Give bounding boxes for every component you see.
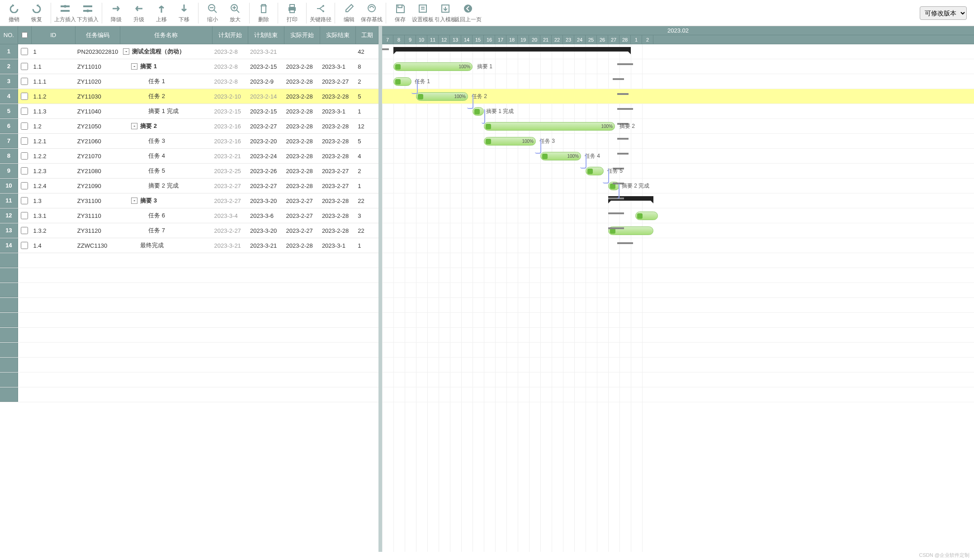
cell-task-name[interactable]: -摘要 1 xyxy=(120,59,212,74)
zoom-out-button[interactable]: 缩小 xyxy=(201,0,224,26)
cell-actual-start[interactable]: 2023-2-28 xyxy=(284,164,320,178)
cell-plan-start[interactable]: 2023-2-27 xyxy=(213,223,248,238)
cell-task-code[interactable]: ZY21060 xyxy=(76,134,120,148)
row-checkbox[interactable] xyxy=(21,93,28,100)
critical-path-button[interactable]: 关键路径 xyxy=(309,0,332,26)
cell-actual-start[interactable]: 2023-2-27 xyxy=(284,193,320,208)
row-checkbox[interactable] xyxy=(21,137,28,145)
save-baseline-button[interactable]: 保存基线 xyxy=(360,0,383,26)
header-actual-start[interactable]: 实际开始 xyxy=(284,26,320,44)
cell-plan-start[interactable]: 2023-2-27 xyxy=(213,193,248,208)
gantt-row[interactable]: 100%任务 4 xyxy=(382,149,974,164)
task-bar[interactable] xyxy=(586,167,604,175)
gantt-row[interactable]: 任务 5 xyxy=(382,164,974,179)
cell-duration[interactable]: 4 xyxy=(356,149,378,163)
header-duration[interactable]: 工期 xyxy=(356,26,378,44)
row-checkbox[interactable] xyxy=(21,197,28,204)
cell-id[interactable]: 1.1.3 xyxy=(32,104,76,118)
cell-id[interactable]: 1.2.3 xyxy=(32,164,76,178)
cell-plan-start[interactable]: 2023-2-27 xyxy=(213,179,248,193)
cell-actual-start[interactable]: 2023-2-28 xyxy=(284,74,320,89)
cell-plan-start[interactable]: 2023-2-8 xyxy=(213,59,248,74)
cell-task-code[interactable]: ZY11010 xyxy=(76,59,120,74)
cell-actual-end[interactable]: 2023-2-27 xyxy=(320,74,356,89)
cell-id[interactable]: 1 xyxy=(32,44,76,59)
expand-toggle-icon[interactable]: - xyxy=(131,123,137,129)
cell-plan-start[interactable]: 2023-2-15 xyxy=(213,104,248,118)
insert-below-button[interactable]: 下方插入 xyxy=(76,0,99,26)
cell-duration[interactable]: 22 xyxy=(356,193,378,208)
cell-actual-end[interactable]: 2023-2-28 xyxy=(320,149,356,163)
cell-plan-start[interactable]: 2023-2-8 xyxy=(213,74,248,89)
move-up-button[interactable]: 上移 xyxy=(150,0,173,26)
cell-task-code[interactable]: ZY21090 xyxy=(76,179,120,193)
expand-toggle-icon[interactable]: - xyxy=(131,63,137,70)
cell-actual-start[interactable]: 2023-2-28 xyxy=(284,104,320,118)
task-bar[interactable]: 100% xyxy=(393,62,473,71)
row-checkbox[interactable] xyxy=(21,122,28,130)
header-plan-end[interactable]: 计划结束 xyxy=(248,26,284,44)
cell-actual-end[interactable]: 2023-2-28 xyxy=(320,223,356,238)
insert-above-button[interactable]: 上方插入 xyxy=(54,0,76,26)
row-checkbox[interactable] xyxy=(21,108,28,115)
cell-actual-end[interactable]: 2023-3-1 xyxy=(320,59,356,74)
table-row[interactable]: 61.2ZY21050-摘要 22023-2-162023-2-272023-2… xyxy=(0,119,378,134)
row-checkbox[interactable] xyxy=(21,152,28,160)
cell-actual-start[interactable]: 2023-2-27 xyxy=(284,223,320,238)
cell-plan-start[interactable]: 2023-2-10 xyxy=(213,89,248,104)
gantt-row[interactable]: 任务 1 xyxy=(382,74,974,89)
gantt-row[interactable] xyxy=(382,238,974,253)
cell-plan-start[interactable]: 2023-3-4 xyxy=(213,208,248,223)
cell-id[interactable]: 1.4 xyxy=(32,238,76,253)
cell-plan-end[interactable]: 2023-2-27 xyxy=(248,179,284,193)
gantt-row[interactable]: 100%摘要 2 xyxy=(382,119,974,134)
table-row[interactable]: 141.4ZZWC1130最终完成2023-3-212023-3-212023-… xyxy=(0,238,378,253)
cell-task-name[interactable]: 任务 5 xyxy=(120,164,212,178)
row-checkbox[interactable] xyxy=(21,227,28,234)
cell-duration[interactable]: 12 xyxy=(356,119,378,133)
cell-id[interactable]: 1.2.4 xyxy=(32,179,76,193)
cell-duration[interactable]: 2 xyxy=(356,164,378,178)
cell-duration[interactable]: 1 xyxy=(356,179,378,193)
cell-plan-end[interactable]: 2023-2-15 xyxy=(248,59,284,74)
cell-duration[interactable]: 42 xyxy=(356,44,378,59)
task-bar[interactable] xyxy=(393,77,411,86)
cell-task-code[interactable]: ZY31120 xyxy=(76,223,120,238)
expand-toggle-icon[interactable]: - xyxy=(131,198,137,204)
cell-task-code[interactable]: ZY11030 xyxy=(76,89,120,104)
cell-actual-end[interactable]: 2023-2-27 xyxy=(320,179,356,193)
task-bar[interactable] xyxy=(635,212,658,220)
cell-actual-end[interactable]: 2023-2-28 xyxy=(320,119,356,133)
cell-task-name[interactable]: 任务 7 xyxy=(120,223,212,238)
task-bar[interactable] xyxy=(473,107,484,116)
cell-actual-start[interactable]: 2023-2-28 xyxy=(284,119,320,133)
cell-actual-end[interactable]: 2023-2-28 xyxy=(320,89,356,104)
cell-id[interactable]: 1.1.2 xyxy=(32,89,76,104)
task-bar[interactable]: 100% xyxy=(416,92,468,101)
cell-task-name[interactable]: -测试全流程（勿动） xyxy=(120,44,212,59)
gantt-row[interactable] xyxy=(382,208,974,223)
version-select[interactable]: 可修改版本 xyxy=(920,6,967,20)
cell-task-code[interactable]: PN2023022810 xyxy=(76,44,120,59)
cell-id[interactable]: 1.3 xyxy=(32,193,76,208)
cell-task-code[interactable]: ZY21050 xyxy=(76,119,120,133)
cell-task-code[interactable]: ZY11020 xyxy=(76,74,120,89)
cell-plan-end[interactable]: 2023-2-24 xyxy=(248,149,284,163)
cell-task-name[interactable]: 任务 3 xyxy=(120,134,212,148)
cell-plan-start[interactable]: 2023-2-21 xyxy=(213,149,248,163)
header-plan-start[interactable]: 计划开始 xyxy=(213,26,248,44)
cell-plan-end[interactable]: 2023-2-15 xyxy=(248,104,284,118)
header-task-code[interactable]: 任务编码 xyxy=(76,26,120,44)
cell-id[interactable]: 1.3.1 xyxy=(32,208,76,223)
gantt-row[interactable]: 100%摘要 1 xyxy=(382,59,974,74)
cell-task-name[interactable]: 任务 6 xyxy=(120,208,212,223)
cell-plan-end[interactable]: 2023-3-20 xyxy=(248,193,284,208)
row-checkbox[interactable] xyxy=(21,48,28,55)
cell-plan-end[interactable]: 2023-3-21 xyxy=(248,238,284,253)
gantt-row[interactable]: 摘要 2 完成 xyxy=(382,179,974,193)
cell-plan-end[interactable]: 2023-2-20 xyxy=(248,134,284,148)
edit-button[interactable]: 编辑 xyxy=(338,0,360,26)
cell-actual-end[interactable]: 2023-2-27 xyxy=(320,164,356,178)
cell-duration[interactable]: 2 xyxy=(356,74,378,89)
cell-id[interactable]: 1.1 xyxy=(32,59,76,74)
